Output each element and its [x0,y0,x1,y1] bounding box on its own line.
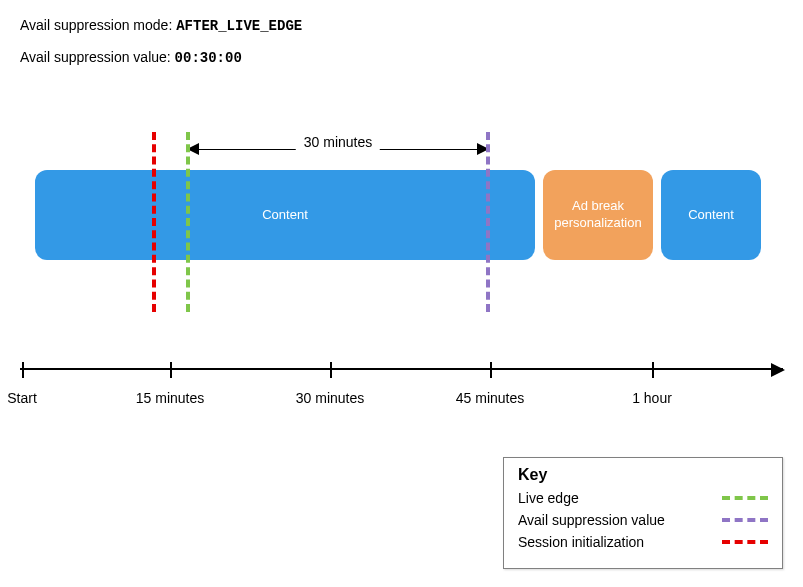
diagram-canvas: 30 minutes Content Ad break personalizat… [0,0,803,587]
timeline-tick-label: 45 minutes [456,390,524,406]
legend-row-label: Avail suppression value [518,512,665,528]
timeline-arrowhead-icon [771,363,785,377]
content-block-1: Content [35,170,535,260]
content-block-2: Content [661,170,761,260]
legend-title: Key [518,466,768,484]
timeline-tick-label: 30 minutes [296,390,364,406]
timeline-tick [490,362,492,378]
legend-row-label: Live edge [518,490,579,506]
timeline-tick-label: 15 minutes [136,390,204,406]
legend-row-label: Session initialization [518,534,644,550]
content-block-2-label: Content [688,207,734,224]
ad-break-label: Ad break personalization [554,198,641,232]
legend-row: Live edge [518,490,768,506]
timeline-tick [652,362,654,378]
timeline-tick [170,362,172,378]
legend-row: Avail suppression value [518,512,768,528]
ad-break-block: Ad break personalization [543,170,653,260]
legend-items: Live edgeAvail suppression valueSession … [518,490,768,550]
timeline-tick [22,362,24,378]
timeline-tick-label: Start [7,390,37,406]
legend-box: Key Live edgeAvail suppression valueSess… [503,457,783,569]
timeline-axis: Start15 minutes30 minutes45 minutes1 hou… [20,368,783,370]
duration-arrow-label: 30 minutes [296,134,380,150]
content-block-1-label: Content [262,207,308,224]
duration-arrow: 30 minutes [188,142,488,156]
timeline-tick-label: 1 hour [632,390,672,406]
legend-row: Session initialization [518,534,768,550]
timeline-tick [330,362,332,378]
